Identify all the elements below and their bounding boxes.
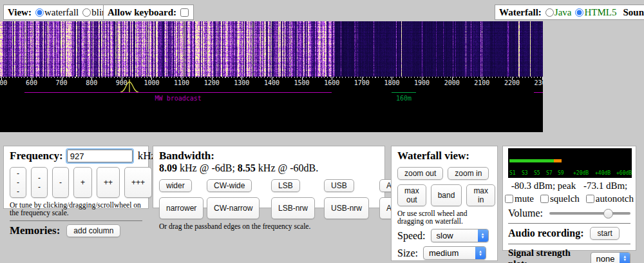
divider bbox=[508, 223, 630, 224]
squelch-checkbox-label: squelch bbox=[540, 193, 580, 204]
tech-select-box: Waterfall: Java HTML5 Sound: Jav bbox=[495, 5, 644, 20]
mute-checkbox[interactable] bbox=[505, 195, 513, 203]
s-meter-bar bbox=[509, 159, 554, 162]
waterfall-java-label[interactable]: Java bbox=[554, 7, 572, 18]
signal-plot-label: Signal strength plot: bbox=[508, 248, 585, 263]
band-line bbox=[534, 92, 543, 93]
view-waterfall-label[interactable]: waterfall bbox=[44, 7, 79, 18]
s-meter-scale-label: S9 bbox=[558, 170, 564, 176]
volume-label: Volume: bbox=[508, 208, 543, 219]
waterfall-java-radio[interactable] bbox=[545, 8, 554, 17]
speed-select[interactable]: slow ▲▼ bbox=[431, 229, 489, 242]
frequency-panel: Frequency: kHz ------++++++ Or tune by c… bbox=[3, 146, 149, 209]
band-line bbox=[392, 92, 415, 93]
add-column-button[interactable]: add column bbox=[66, 224, 120, 237]
divider bbox=[508, 244, 630, 244]
bandwidth-wider[interactable]: wider bbox=[159, 179, 192, 192]
s-meter-scale-label: S3 bbox=[522, 170, 528, 176]
bandwidth-buttons-row2: narrowerCW-narrowLSB-nrwUSB-nrwAM-nrwFM-… bbox=[159, 197, 379, 219]
scale-tick-label: 2000 bbox=[444, 79, 460, 86]
scale-tick-label: 600 bbox=[26, 79, 37, 86]
scale-tick-label: 1700 bbox=[354, 79, 370, 86]
volume-slider[interactable] bbox=[549, 212, 630, 215]
frequency-input[interactable] bbox=[67, 150, 133, 162]
scale-tick-label: 1300 bbox=[234, 79, 249, 86]
bandwidth-lsb-nrw[interactable]: LSB-nrw bbox=[271, 197, 315, 219]
s-meter-bar bbox=[554, 159, 562, 162]
view-blind-radio[interactable] bbox=[82, 8, 91, 17]
divider bbox=[10, 220, 142, 221]
waterfall-zoom-out[interactable]: zoom out bbox=[397, 167, 443, 180]
view-waterfall-radio[interactable] bbox=[35, 8, 44, 17]
s-meter-scale-label: S7 bbox=[546, 170, 553, 176]
scale-tick-label: 1400 bbox=[264, 79, 279, 86]
waterfall-tech-label: Waterfall: bbox=[499, 7, 542, 18]
scale-tick-label: 500 bbox=[0, 79, 7, 86]
bandwidth-panel: Bandwidth: 8.09 kHz @ -6dB; 8.55 kHz @ -… bbox=[153, 146, 385, 208]
waterfall-display[interactable]: 5006007008009001000110012001300140015001… bbox=[0, 21, 543, 132]
bandwidth-usb-nrw[interactable]: USB-nrw bbox=[324, 197, 369, 219]
allow-keyboard-box: Allow keyboard: bbox=[103, 5, 194, 20]
squelch-checkbox[interactable] bbox=[540, 195, 549, 203]
view-label: View: bbox=[8, 7, 32, 18]
signal-strength-readout: -80.3 dBm; peak -73.1 dBm; bbox=[508, 180, 630, 191]
bandwidth-cw-wide[interactable]: CW-wide bbox=[207, 179, 252, 192]
waterfall-html5-radio[interactable] bbox=[575, 8, 583, 17]
size-select[interactable]: medium ▲▼ bbox=[423, 246, 486, 260]
freq-step-+[interactable]: + bbox=[73, 167, 92, 198]
waterfall-range-buttons: max outbandmax in bbox=[397, 184, 491, 206]
allow-keyboard-checkbox[interactable] bbox=[180, 8, 189, 17]
s-meter-scale-label: S1 bbox=[509, 170, 516, 176]
bandwidth-lsb[interactable]: LSB bbox=[271, 179, 300, 192]
bandwidth-hint: Or drag the passband edges on the freque… bbox=[159, 222, 379, 230]
s-meter-scale-label: +60dB bbox=[616, 170, 632, 176]
scale-tick-label: 800 bbox=[86, 79, 97, 86]
waterfall-view-hint: Or use scroll wheel and dragging on wate… bbox=[397, 209, 491, 225]
select-stepper-icon: ▲▼ bbox=[475, 247, 486, 259]
autonotch-checkbox-label: autonotch bbox=[586, 193, 634, 204]
waterfall-view-title: Waterfall view: bbox=[397, 150, 491, 162]
waterfall-max-in[interactable]: max in bbox=[466, 184, 495, 206]
freq-step----[interactable]: --- bbox=[10, 167, 26, 198]
waterfall-zoom-in[interactable]: zoom in bbox=[448, 167, 489, 180]
freq-step-+++[interactable]: +++ bbox=[124, 167, 152, 198]
bandwidth-narrower[interactable]: narrower bbox=[159, 197, 204, 219]
bandwidth-readout: 8.09 kHz @ -6dB; 8.55 kHz @ -60dB. bbox=[159, 162, 379, 174]
frequency-hint: Or tune by clicking/dragging/scrollwheel… bbox=[10, 201, 142, 217]
select-stepper-icon: ▲▼ bbox=[478, 229, 488, 242]
freq-step---[interactable]: -- bbox=[31, 167, 48, 198]
bandwidth-cw-narrow[interactable]: CW-narrow bbox=[207, 197, 260, 219]
select-stepper-icon: ▲▼ bbox=[620, 253, 630, 263]
scale-tick-label: 2300 bbox=[535, 79, 543, 86]
scale-tick-label: 2200 bbox=[504, 79, 520, 86]
frequency-scale[interactable]: 5006007008009001000110012001300140015001… bbox=[0, 77, 543, 87]
s-meter-scale-label: +20dB bbox=[573, 170, 589, 176]
bandwidth-usb[interactable]: USB bbox=[324, 179, 354, 192]
view-mode-box: View: waterfall blind bbox=[3, 5, 116, 20]
scale-tick-label: 1900 bbox=[414, 79, 430, 86]
waterfall-canvas[interactable] bbox=[0, 21, 543, 77]
scale-tick-label: 1000 bbox=[144, 79, 159, 86]
autonotch-checkbox[interactable] bbox=[586, 195, 594, 203]
audio-checkbox-row: mutesquelchautonotch bbox=[508, 193, 630, 204]
band-line bbox=[24, 92, 332, 93]
scale-tick-label: 2100 bbox=[474, 79, 489, 86]
sound-tech-label: Sound: bbox=[623, 7, 644, 18]
freq-step-++[interactable]: ++ bbox=[97, 167, 120, 198]
waterfall-max-out[interactable]: max out bbox=[397, 184, 426, 206]
recording-start-button[interactable]: start bbox=[590, 227, 619, 240]
frequency-title: Frequency: bbox=[10, 150, 63, 162]
waterfall-band[interactable]: band bbox=[431, 184, 462, 206]
waterfall-html5-label[interactable]: HTML5 bbox=[584, 7, 616, 18]
scale-tick-label: 1500 bbox=[294, 79, 310, 86]
signal-plot-select[interactable]: none ▲▼ bbox=[591, 252, 630, 263]
audio-recording-label: Audio recording: bbox=[508, 228, 583, 239]
scale-tick-label: 700 bbox=[56, 79, 68, 86]
s-meter-scale-label: S5 bbox=[534, 170, 540, 176]
freq-step--[interactable]: - bbox=[52, 167, 69, 198]
tuning-marker[interactable] bbox=[120, 79, 139, 93]
band-label: MW broadcast bbox=[155, 95, 202, 102]
speed-label: Speed: bbox=[397, 230, 426, 242]
audio-panel: S1S3S5S7S9+20dB+40dB+60dB -80.3 dBm; pea… bbox=[502, 146, 636, 251]
volume-slider-thumb[interactable] bbox=[603, 209, 613, 219]
